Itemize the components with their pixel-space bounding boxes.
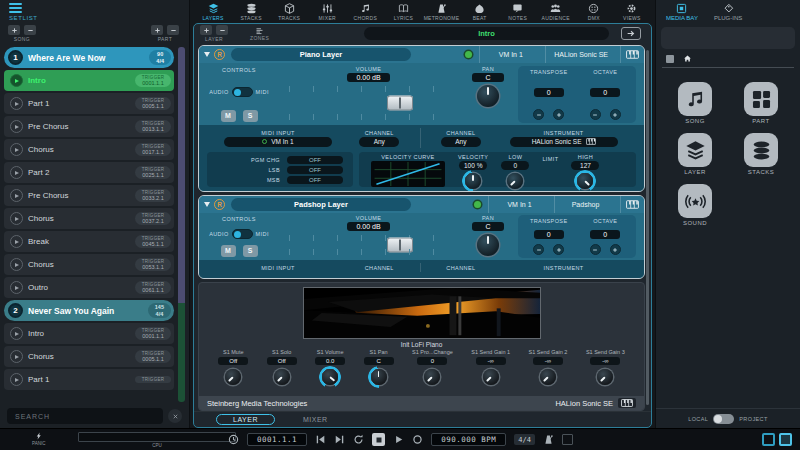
high-value[interactable]: 127 bbox=[571, 161, 599, 170]
setlist-song-item[interactable]: 1Where Are We Now904/4 bbox=[4, 47, 174, 68]
metronome-enable-checkbox[interactable] bbox=[562, 434, 573, 445]
go-to-end-button[interactable] bbox=[334, 434, 345, 445]
tab-mixer[interactable]: MIXER bbox=[308, 3, 346, 21]
param-knob[interactable] bbox=[540, 369, 556, 385]
open-instrument-button[interactable] bbox=[620, 46, 644, 63]
search-input[interactable] bbox=[7, 408, 163, 424]
browser-item-sound[interactable]: SOUND bbox=[672, 184, 718, 226]
record-arm-button[interactable]: R bbox=[214, 199, 225, 210]
setlist-part-item[interactable]: Pre ChorusTRIGGER0013.1.1 bbox=[4, 116, 174, 137]
instrument-select[interactable]: HALion Sonic SE bbox=[510, 137, 618, 147]
tab-metronome[interactable]: METRONOME bbox=[422, 3, 460, 21]
param-value[interactable]: Off bbox=[267, 357, 297, 365]
tempo-display[interactable]: 090.000 BPM bbox=[431, 433, 506, 446]
media-toolbar[interactable] bbox=[661, 27, 795, 49]
browser-item-layer[interactable]: LAYER bbox=[672, 133, 718, 175]
octave-value[interactable]: 0 bbox=[590, 230, 620, 239]
msb-value[interactable]: OFF bbox=[287, 176, 343, 184]
layer-name[interactable]: Padshop Layer bbox=[231, 198, 411, 211]
velocity-value[interactable]: 100 % bbox=[459, 161, 487, 170]
tab-beat[interactable]: BEAT bbox=[461, 3, 499, 21]
high-knob[interactable] bbox=[577, 173, 593, 189]
velocity-knob[interactable] bbox=[465, 173, 481, 189]
pan-knob[interactable] bbox=[477, 85, 499, 107]
octave-minus-button[interactable] bbox=[590, 109, 601, 120]
setlist-part-item[interactable]: ChorusTRIGGER0005.1.1 bbox=[4, 346, 174, 367]
browser-item-song[interactable]: SONG bbox=[672, 82, 718, 124]
record-button[interactable] bbox=[412, 434, 423, 445]
setlist-part-item[interactable]: Part 2TRIGGER0025.1.1 bbox=[4, 162, 174, 183]
setlist-menu-icon[interactable] bbox=[9, 3, 189, 13]
browser-item-part[interactable]: PART bbox=[738, 82, 784, 124]
open-instrument-button[interactable] bbox=[620, 196, 644, 213]
solo-button[interactable]: S bbox=[243, 245, 258, 257]
tab-tracks[interactable]: TRACKS bbox=[270, 3, 308, 21]
octave-plus-button[interactable] bbox=[610, 244, 621, 255]
panic-button[interactable]: PANIC bbox=[32, 431, 45, 446]
filter-checkbox[interactable] bbox=[666, 55, 674, 63]
setlist-part-item[interactable]: ChorusTRIGGER0017.1.1 bbox=[4, 139, 174, 160]
tempo-track-button[interactable] bbox=[228, 434, 239, 445]
metronome-button[interactable] bbox=[543, 434, 554, 445]
out-channel-select[interactable]: Any bbox=[441, 137, 481, 147]
midi-input-select[interactable]: VM In 1 bbox=[224, 137, 332, 147]
tab-chords[interactable]: CHORDS bbox=[346, 3, 384, 21]
param-value[interactable]: -∞ bbox=[476, 357, 506, 365]
tab-views[interactable]: VIEWS bbox=[613, 3, 651, 21]
tab-layers[interactable]: LAYERS bbox=[194, 3, 232, 21]
param-value[interactable]: -∞ bbox=[590, 357, 620, 365]
transpose-minus-button[interactable] bbox=[533, 244, 544, 255]
volume-value[interactable]: 0.00 dB bbox=[347, 222, 389, 231]
setlist-part-item[interactable]: BreakTRIGGER0045.1.1 bbox=[4, 231, 174, 252]
add-song-button[interactable] bbox=[8, 25, 20, 35]
param-knob[interactable] bbox=[597, 369, 613, 385]
tab-audience[interactable]: AUDIENCE bbox=[537, 3, 575, 21]
param-knob[interactable] bbox=[274, 369, 290, 385]
pan-knob[interactable] bbox=[477, 234, 499, 256]
param-value[interactable]: Off bbox=[218, 357, 248, 365]
browser-item-stacks[interactable]: STACKS bbox=[738, 133, 784, 175]
param-knob[interactable] bbox=[371, 369, 387, 385]
remove-song-button[interactable] bbox=[24, 25, 36, 35]
layer-instrument[interactable]: HALion Sonic SE bbox=[545, 46, 616, 63]
setlist-part-item[interactable]: IntroTRIGGER0001.1.1 bbox=[4, 70, 174, 91]
velocity-curve-graph[interactable] bbox=[371, 161, 445, 187]
song-color-scrollbar[interactable] bbox=[178, 47, 185, 402]
param-value[interactable]: C bbox=[364, 357, 394, 365]
time-signature-display[interactable]: 4/4 bbox=[514, 434, 535, 445]
tab-layer[interactable]: LAYER bbox=[216, 414, 275, 425]
vertical-scrollbar[interactable] bbox=[646, 50, 649, 405]
add-layer-button[interactable] bbox=[200, 25, 212, 35]
setlist-song-item[interactable]: 2Never Saw You Again1454/4 bbox=[4, 300, 174, 321]
lsb-value[interactable]: OFF bbox=[287, 166, 343, 174]
setlist-part-item[interactable]: IntroTRIGGER0001.1.1 bbox=[4, 323, 174, 344]
setlist-part-item[interactable]: OutroTRIGGER0061.1.1 bbox=[4, 277, 174, 298]
add-part-button[interactable] bbox=[151, 25, 163, 35]
mute-button[interactable]: M bbox=[221, 110, 236, 122]
home-icon[interactable] bbox=[683, 54, 692, 63]
next-part-button[interactable] bbox=[621, 27, 641, 40]
low-knob[interactable] bbox=[507, 173, 523, 189]
setlist-part-item[interactable]: Part 1TRIGGER0005.1.1 bbox=[4, 93, 174, 114]
solo-button[interactable]: S bbox=[243, 110, 258, 122]
volume-slider[interactable] bbox=[283, 83, 455, 123]
pan-value[interactable]: C bbox=[472, 73, 503, 82]
octave-value[interactable]: 0 bbox=[590, 88, 620, 97]
tab-dmx[interactable]: DMX bbox=[575, 3, 613, 21]
go-to-start-button[interactable] bbox=[315, 434, 326, 445]
volume-value[interactable]: 0.00 dB bbox=[347, 73, 389, 82]
local-project-toggle[interactable] bbox=[713, 414, 734, 424]
stop-button[interactable] bbox=[372, 433, 385, 446]
transpose-value[interactable]: 0 bbox=[534, 230, 564, 239]
open-plugin-button[interactable] bbox=[618, 398, 636, 408]
tab-mixer[interactable]: MIXER bbox=[303, 416, 328, 423]
window-layout-2-button[interactable] bbox=[779, 433, 792, 446]
position-display[interactable]: 0001.1.1 bbox=[247, 433, 307, 446]
tab-plug-ins[interactable]: PLUG-INS bbox=[714, 3, 742, 25]
record-arm-button[interactable]: R bbox=[214, 49, 225, 60]
low-value[interactable]: 0 bbox=[501, 161, 529, 170]
param-knob[interactable] bbox=[225, 369, 241, 385]
tab-notes[interactable]: NOTES bbox=[499, 3, 537, 21]
slider-handle[interactable] bbox=[387, 96, 413, 111]
transpose-minus-button[interactable] bbox=[533, 109, 544, 120]
